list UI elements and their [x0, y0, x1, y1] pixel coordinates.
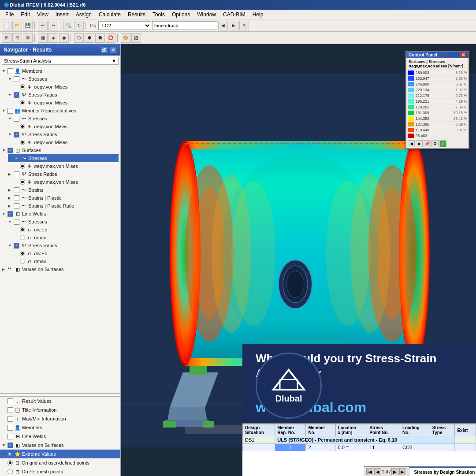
display-btn7[interactable]: ⭕ [106, 33, 115, 43]
cp-close-btn[interactable]: ✕ [460, 52, 466, 57]
cp-next-btn[interactable]: ▶ [416, 140, 423, 147]
lc-name-field[interactable] [152, 21, 217, 30]
pg-prev-btn[interactable]: ◀ [374, 468, 381, 475]
radio-seqv2[interactable] [20, 100, 25, 105]
pg-first-btn[interactable]: |◀ [366, 468, 373, 475]
tree-memberreps[interactable]: ▼ 👥 Member Representatives [2, 107, 119, 115]
view-btn1[interactable]: ⊞ [2, 33, 11, 43]
tree-stressratios1[interactable]: ▼ Ψ Stress Ratios [8, 91, 119, 99]
menu-item-assign[interactable]: Assign [72, 11, 95, 19]
pg-last-btn[interactable]: ▶| [399, 468, 406, 475]
menu-item-insert[interactable]: Insert [52, 11, 72, 19]
radio-ongrid[interactable] [7, 460, 13, 465]
display-btn1[interactable]: ▦ [38, 33, 48, 43]
radio-seqvmax2[interactable] [20, 179, 25, 185]
radio-seqvmax1[interactable] [20, 164, 25, 169]
cb-sr2[interactable] [14, 132, 19, 138]
display-btn2[interactable]: ◈ [48, 33, 58, 43]
tree-stresses1[interactable]: ▼ 〜 Stresses [8, 75, 119, 83]
cb-lm[interactable] [7, 425, 13, 431]
menu-item-cad-bim[interactable]: CAD-BIM [219, 11, 249, 19]
tree-strains[interactable]: ▶ 〜 Strains [8, 186, 119, 194]
cb-lvs[interactable] [7, 443, 13, 448]
tree-seqvmaxmises1[interactable]: Ψ σeqv,max,von Mises [14, 162, 119, 170]
prev-btn[interactable]: ◀ [218, 21, 228, 30]
tree-stresses3[interactable]: ▼ 〜 Stresses [8, 154, 119, 162]
cp-settings-btn[interactable]: ⚙ [431, 140, 439, 147]
cb-surfaces[interactable] [7, 148, 13, 153]
tree-surfaces[interactable]: ▼ ◫ Surfaces [2, 146, 119, 154]
cb-linewelds[interactable] [7, 211, 13, 217]
undo-btn[interactable]: ↩ [38, 21, 48, 30]
radio-swed2[interactable] [20, 251, 25, 256]
cp-pin-btn[interactable]: 📌 [424, 140, 431, 147]
cb-sr3[interactable] [14, 171, 19, 177]
cb-mm[interactable] [7, 416, 13, 422]
pg-next-btn[interactable]: ▶ [391, 468, 398, 475]
zoom-btn[interactable]: 🔍 [63, 21, 73, 30]
tree-strainsplasticratio[interactable]: ▶ 〜 Strains | Plastic Ratio [8, 202, 119, 210]
lower-valuesonsurfaces[interactable]: ▼ ◧ Values on Surfaces [0, 441, 120, 450]
tree-smax1[interactable]: σ σmax [14, 234, 119, 242]
radio-seqv3[interactable] [20, 124, 25, 129]
render-btn2[interactable]: 🖼 [131, 33, 141, 43]
tree-seqv1[interactable]: Ψ σeqv,von Mises [14, 83, 119, 91]
display-btn3[interactable]: ◉ [59, 33, 69, 43]
cb-strains[interactable] [14, 187, 19, 193]
cb-rv[interactable] [7, 398, 13, 404]
radio-seqv4[interactable] [20, 140, 25, 145]
nav-restore-btn[interactable]: 🗗 [101, 46, 108, 53]
open-btn[interactable]: 📂 [12, 21, 22, 30]
display-btn5[interactable]: ⬢ [85, 33, 94, 43]
tree-stressratios3[interactable]: ▶ Ψ Stress Ratios [8, 170, 119, 178]
next-btn[interactable]: ▶ [229, 21, 238, 30]
menu-item-file[interactable]: File [2, 11, 17, 19]
tree-seqvmaxmises2[interactable]: Ψ σeqv,max,von Mises [14, 178, 119, 186]
menu-item-results[interactable]: Results [124, 11, 149, 19]
menu-item-view[interactable]: View [33, 11, 52, 19]
redo-btn[interactable]: ↪ [48, 21, 58, 30]
radio-seqv1[interactable] [20, 84, 25, 89]
menu-item-edit[interactable]: Edit [17, 11, 33, 19]
tree-seqv3[interactable]: Ψ σeqv,von Mises [14, 123, 119, 130]
lower-linewelds[interactable]: ⊞ Line Welds [0, 432, 120, 441]
viewport[interactable]: Control Panel ✕ Surfaces | Stresses σeqv… [121, 44, 476, 476]
display-btn4[interactable]: ⬡ [74, 33, 84, 43]
menu-item-calculate[interactable]: Calculate [95, 11, 124, 19]
cb-llw[interactable] [7, 434, 13, 439]
menu-item-window[interactable]: Window [193, 11, 219, 19]
nav-close-btn[interactable]: ✕ [110, 46, 117, 53]
lower-onfemesh[interactable]: ⊡ On FE mesh points [0, 467, 120, 476]
tree-seqv2[interactable]: Ψ σeqv,von Mises [14, 99, 119, 107]
radio-onfemesh[interactable] [7, 469, 13, 474]
lower-ongrid[interactable]: ⊡ On grid and user-defined points [0, 458, 120, 467]
tree-stressratios2[interactable]: ▼ Ψ Stress Ratios [8, 130, 119, 138]
save-btn[interactable]: 💾 [23, 21, 33, 30]
cb-stresses4[interactable] [14, 219, 19, 225]
tree-valuesonsurfaces[interactable]: ▶ ** ◧ Values on Surfaces [2, 265, 119, 273]
cb-members[interactable] [7, 68, 13, 74]
lower-maxmininfo[interactable]: ↕ Max/Min Information [0, 414, 120, 423]
tree-strainsplastic[interactable]: ▶ 〜 Strains | Plastic [8, 194, 119, 202]
delete-btn[interactable]: ✕ [239, 21, 249, 30]
cb-stresses1[interactable] [14, 76, 19, 82]
tree-members[interactable]: ▼ 👤 Members [2, 67, 119, 75]
menu-item-tools[interactable]: Tools [149, 11, 168, 19]
lower-resultvalues[interactable]: … Result Values [0, 397, 120, 405]
lc-select[interactable]: LC2 LC1 [98, 21, 151, 30]
lower-extremevalues[interactable]: ▶ ★ ⭐ Extreme Values [0, 450, 120, 458]
tree-swed1[interactable]: σ σw,Ed [14, 226, 119, 234]
cb-strainsplastic[interactable] [14, 195, 19, 201]
radio-swed1[interactable] [20, 227, 25, 232]
tree-stressratios4[interactable]: ▼ Ψ Stress Ratios [8, 242, 119, 249]
radio-smax1[interactable] [20, 235, 25, 240]
menu-item-help[interactable]: Help [249, 11, 267, 19]
cb-stresses2[interactable] [14, 116, 19, 122]
cb-memberreps[interactable] [7, 108, 13, 114]
view-btn2[interactable]: ⊟ [12, 33, 22, 43]
tree-linewelds[interactable]: ▼ ⊞ Line Welds [2, 210, 119, 218]
tree-stresses4[interactable]: ▼ 〜 Stresses [8, 218, 119, 226]
radio-smax2[interactable] [20, 259, 25, 264]
cp-prev-btn[interactable]: ◀ [408, 140, 415, 147]
cb-stresses3[interactable] [14, 156, 19, 161]
